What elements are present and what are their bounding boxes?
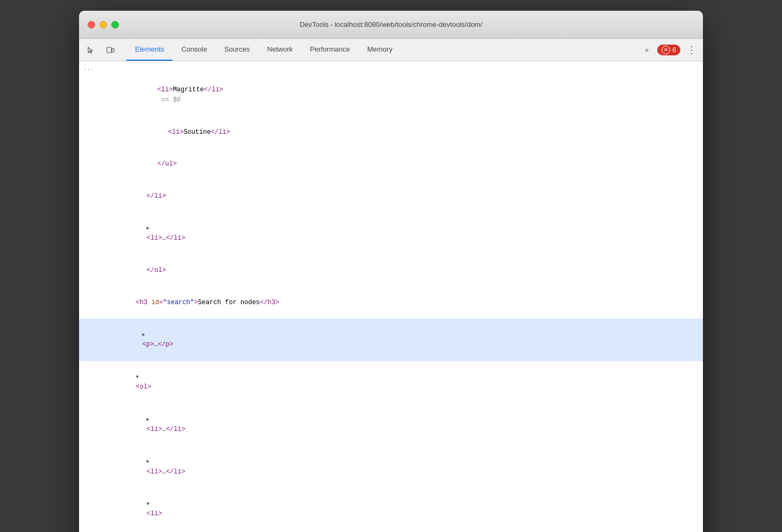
dom-line-ol-open[interactable]: ▼ <ol> (79, 361, 703, 404)
dom-line-type-text: "Type " (79, 530, 703, 532)
main-tabs: Elements Console Sources Network Perform… (126, 39, 641, 61)
window-title: DevTools - localhost:8080/web/tools/chro… (300, 20, 482, 28)
dom-line-ul-close[interactable]: </ul> (79, 148, 703, 181)
tab-network[interactable]: Network (259, 39, 302, 61)
main-tabbar: Elements Console Sources Network Perform… (79, 39, 703, 61)
dom-line-soutine[interactable]: <li>Soutine</li> (79, 116, 703, 148)
dom-line-li-close[interactable]: </li> (79, 180, 703, 212)
error-icon: ✕ (662, 46, 670, 54)
devtools-window: DevTools - localhost:8080/web/tools/chro… (79, 11, 703, 532)
tab-memory[interactable]: Memory (359, 39, 401, 61)
dom-tree: ... <li>Magritte</li> == $0 <li>Soutine<… (79, 61, 703, 532)
tab-console[interactable]: Console (173, 39, 216, 61)
close-button[interactable] (88, 21, 95, 28)
kebab-menu-button[interactable]: ⋮ (685, 44, 699, 56)
error-badge[interactable]: ✕ 6 (657, 45, 680, 55)
dom-line-li-expand[interactable]: ▼ <li> (79, 488, 703, 530)
tab-elements[interactable]: Elements (126, 39, 173, 61)
inspect-icon[interactable] (83, 42, 98, 57)
minimize-button[interactable] (99, 21, 107, 28)
dom-line-li-collapsed-2[interactable]: ▶ <li>…</li> (79, 403, 703, 445)
svg-rect-1 (112, 48, 114, 52)
titlebar: DevTools - localhost:8080/web/tools/chro… (79, 11, 703, 39)
maximize-button[interactable] (111, 21, 119, 28)
dom-line-p-selected[interactable]: ▶ <p>…</p> (79, 319, 703, 361)
toolbar-icons (83, 39, 118, 61)
tab-sources[interactable]: Sources (216, 39, 259, 61)
error-count: 6 (672, 46, 676, 54)
dom-line-h3[interactable]: <h3 id="search">Search for nodes</h3> (79, 286, 703, 319)
ellipsis-indicator: ... (83, 64, 94, 74)
tabbar-right: » ✕ 6 ⋮ (641, 39, 703, 61)
more-tabs-button[interactable]: » (641, 44, 653, 56)
tab-performance[interactable]: Performance (301, 39, 358, 61)
device-icon[interactable] (103, 42, 118, 57)
dom-line-magritte[interactable]: <li>Magritte</li> == $0 (79, 74, 703, 117)
dom-line-li-collapsed-1[interactable]: ▶ <li>…</li> (79, 212, 703, 255)
svg-rect-0 (107, 47, 111, 53)
dom-line-li-collapsed-3[interactable]: ▶ <li>…</li> (79, 445, 703, 488)
dom-line-ol-close[interactable]: </ol> (79, 255, 703, 287)
traffic-lights (88, 21, 119, 28)
dom-line-ellipsis: ... (79, 63, 703, 74)
